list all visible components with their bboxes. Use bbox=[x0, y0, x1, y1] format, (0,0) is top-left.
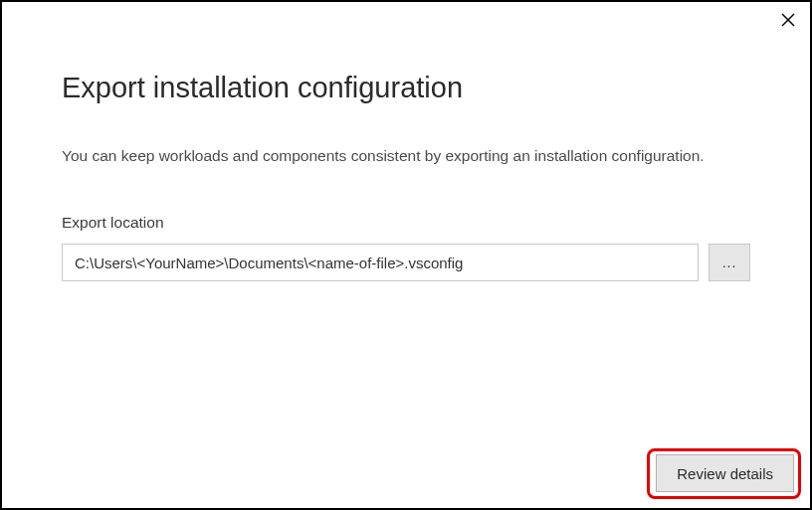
export-location-input[interactable] bbox=[62, 244, 699, 281]
dialog-footer: Review details bbox=[656, 454, 794, 492]
close-button[interactable] bbox=[776, 8, 800, 32]
browse-button[interactable]: ... bbox=[709, 244, 750, 281]
export-location-row: ... bbox=[62, 244, 750, 281]
dialog-description: You can keep workloads and components co… bbox=[62, 144, 718, 168]
close-icon bbox=[781, 13, 795, 27]
dialog-title: Export installation configuration bbox=[62, 72, 750, 104]
dialog-content: Export installation configuration You ca… bbox=[2, 2, 810, 281]
export-location-label: Export location bbox=[62, 214, 750, 232]
review-details-button[interactable]: Review details bbox=[656, 454, 794, 492]
